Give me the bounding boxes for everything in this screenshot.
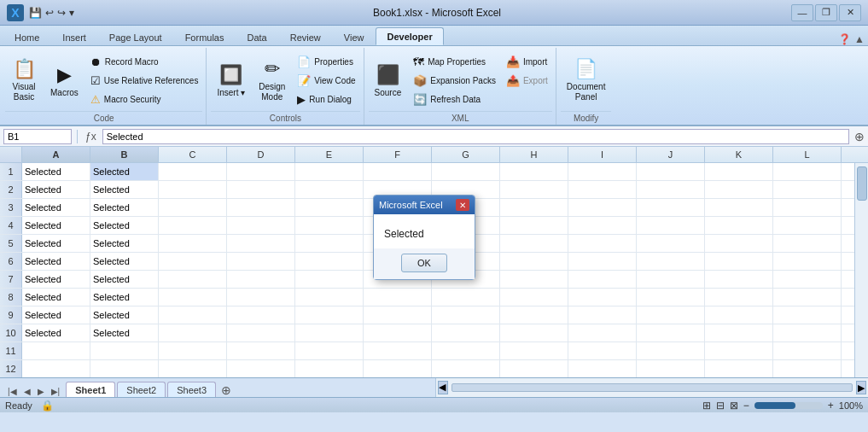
- macros-button[interactable]: ▶ Macros: [44, 51, 84, 109]
- cell-1h[interactable]: [500, 163, 568, 180]
- cell-1i[interactable]: [568, 163, 637, 180]
- row-header-11[interactable]: 11: [0, 342, 22, 359]
- view-pagebreak-icon[interactable]: ⊠: [730, 400, 738, 412]
- cell-1g[interactable]: [432, 163, 500, 180]
- col-header-h[interactable]: H: [500, 147, 568, 162]
- vertical-scrollbar[interactable]: [854, 163, 868, 377]
- import-button[interactable]: 📥 Import: [502, 53, 552, 71]
- tab-developer[interactable]: Developer: [376, 27, 443, 45]
- view-normal-icon[interactable]: ⊞: [702, 400, 711, 412]
- sheet-tab-sheet1[interactable]: Sheet1: [66, 382, 115, 397]
- sheet-nav-first[interactable]: |◀: [5, 386, 20, 397]
- sheet-tab-sheet2[interactable]: Sheet2: [117, 382, 166, 397]
- h-scroll-right[interactable]: ▶: [856, 381, 866, 394]
- view-code-button[interactable]: 📝 View Code: [293, 72, 359, 90]
- zoom-out-icon[interactable]: −: [743, 400, 749, 412]
- col-header-e[interactable]: E: [295, 147, 364, 162]
- col-header-f[interactable]: F: [364, 147, 432, 162]
- col-header-i[interactable]: I: [568, 147, 637, 162]
- horizontal-scroll[interactable]: ◀ ▶: [435, 378, 868, 397]
- cell-1b[interactable]: Selected: [90, 163, 159, 180]
- cell-1e[interactable]: [295, 163, 364, 180]
- row-header-2[interactable]: 2: [0, 181, 22, 198]
- cell-1f[interactable]: [364, 163, 432, 180]
- cell-3b[interactable]: Selected: [90, 199, 159, 216]
- cell-1j[interactable]: [637, 163, 705, 180]
- row-header-3[interactable]: 3: [0, 199, 22, 216]
- row-header-8[interactable]: 8: [0, 289, 22, 306]
- undo-icon[interactable]: ↩: [45, 7, 54, 19]
- sheet-nav-prev[interactable]: ◀: [21, 386, 33, 397]
- corner-cell[interactable]: [0, 147, 22, 162]
- sheet-nav-last[interactable]: ▶|: [49, 386, 63, 397]
- col-header-b[interactable]: B: [90, 147, 159, 162]
- dialog-close-button[interactable]: ✕: [456, 199, 469, 211]
- minimize-button[interactable]: —: [791, 4, 813, 21]
- col-header-c[interactable]: C: [159, 147, 227, 162]
- map-properties-button[interactable]: 🗺 Map Properties: [409, 53, 500, 71]
- cell-3a[interactable]: Selected: [22, 199, 90, 216]
- cell-2b[interactable]: Selected: [90, 181, 159, 198]
- macro-security-button[interactable]: ⚠ Macro Security: [86, 90, 203, 108]
- document-panel-button[interactable]: 📄 DocumentPanel: [561, 51, 612, 109]
- row-header-1[interactable]: 1: [0, 163, 22, 180]
- tab-review[interactable]: Review: [279, 28, 332, 45]
- collapse-ribbon-icon[interactable]: ▲: [854, 33, 865, 45]
- formula-input[interactable]: [102, 129, 849, 144]
- design-mode-button[interactable]: ✏ DesignMode: [253, 51, 291, 109]
- redo-icon[interactable]: ↪: [57, 7, 66, 19]
- col-header-g[interactable]: G: [432, 147, 500, 162]
- tab-formulas[interactable]: Formulas: [174, 28, 236, 45]
- formula-expand-icon[interactable]: ⊕: [854, 130, 865, 143]
- record-macro-button[interactable]: ⏺ Record Macro: [86, 53, 203, 71]
- cell-1c[interactable]: [159, 163, 227, 180]
- cell-1m[interactable]: [842, 163, 854, 180]
- cell-2c[interactable]: [159, 181, 227, 198]
- tab-data[interactable]: Data: [236, 28, 277, 45]
- properties-button[interactable]: 📄 Properties: [293, 53, 359, 71]
- col-header-l[interactable]: L: [773, 147, 842, 162]
- tab-view[interactable]: View: [333, 28, 376, 45]
- add-sheet-icon[interactable]: ⊕: [218, 383, 235, 397]
- export-button[interactable]: 📤 Export: [502, 72, 552, 90]
- row-header-10[interactable]: 10: [0, 324, 22, 342]
- visual-basic-button[interactable]: 📋 VisualBasic: [5, 51, 43, 109]
- refresh-data-button[interactable]: 🔄 Refresh Data: [409, 90, 500, 108]
- source-button[interactable]: ⬛ Source: [369, 51, 408, 109]
- row-header-9[interactable]: 9: [0, 306, 22, 324]
- use-relative-references-button[interactable]: ☑ Use Relative References: [86, 72, 203, 90]
- cell-2a[interactable]: Selected: [22, 181, 90, 198]
- row-header-5[interactable]: 5: [0, 235, 22, 252]
- expansion-packs-button[interactable]: 📦 Expansion Packs: [409, 72, 500, 90]
- tab-insert[interactable]: Insert: [51, 28, 97, 45]
- tab-home[interactable]: Home: [3, 28, 50, 45]
- cell-1k[interactable]: [705, 163, 773, 180]
- row-header-4[interactable]: 4: [0, 217, 22, 234]
- row-header-12[interactable]: 12: [0, 360, 22, 377]
- save-icon[interactable]: 💾: [29, 7, 42, 19]
- col-header-m[interactable]: M: [842, 147, 868, 162]
- insert-button[interactable]: 🔲 Insert ▾: [211, 51, 251, 109]
- help-icon[interactable]: ❓: [838, 33, 851, 45]
- col-header-k[interactable]: K: [705, 147, 773, 162]
- h-scroll-left[interactable]: ◀: [438, 381, 448, 394]
- function-icon[interactable]: ƒx: [83, 131, 99, 143]
- sheet-nav-next[interactable]: ▶: [35, 386, 47, 397]
- col-header-j[interactable]: J: [637, 147, 705, 162]
- row-header-7[interactable]: 7: [0, 271, 22, 288]
- dialog-ok-button[interactable]: OK: [401, 254, 447, 272]
- cell-1l[interactable]: [773, 163, 842, 180]
- name-box[interactable]: B1: [3, 129, 72, 144]
- cell-1a[interactable]: Selected: [22, 163, 90, 180]
- dropdown-icon[interactable]: ▾: [69, 7, 74, 19]
- cell-1d[interactable]: [227, 163, 295, 180]
- zoom-in-icon[interactable]: +: [828, 400, 834, 412]
- scroll-thumb[interactable]: [857, 166, 867, 201]
- h-scroll-bar[interactable]: [451, 383, 853, 392]
- view-page-icon[interactable]: ⊟: [716, 400, 725, 412]
- sheet-tab-sheet3[interactable]: Sheet3: [167, 382, 216, 397]
- zoom-slider[interactable]: [754, 402, 823, 409]
- run-dialog-button[interactable]: ▶ Run Dialog: [293, 90, 359, 108]
- restore-button[interactable]: ❐: [815, 4, 837, 21]
- close-button[interactable]: ✕: [839, 4, 861, 21]
